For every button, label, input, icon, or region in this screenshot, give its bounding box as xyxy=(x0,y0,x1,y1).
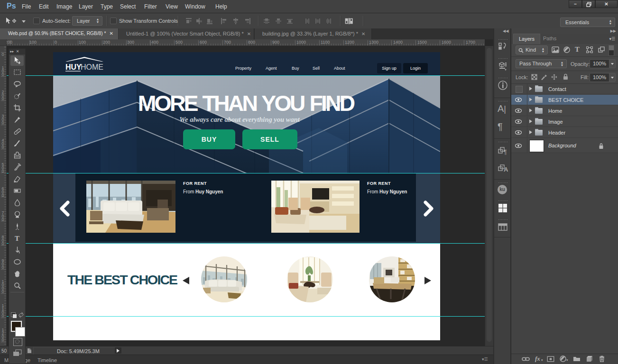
svg-text:A: A xyxy=(504,166,508,173)
svg-text:HUY: HUY xyxy=(65,63,82,71)
svg-text:¶: ¶ xyxy=(504,149,507,155)
svg-text:T: T xyxy=(15,235,19,242)
svg-text:HOME: HOME xyxy=(81,63,103,71)
